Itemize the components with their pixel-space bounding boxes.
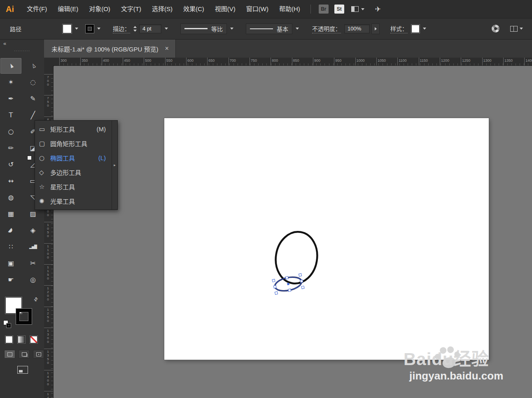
opacity-panel-link[interactable]: 不透明度： bbox=[312, 24, 341, 33]
menu-item[interactable]: 窗口(W) bbox=[241, 0, 274, 18]
opacity-options-button[interactable] bbox=[371, 23, 380, 34]
rotate-tool[interactable]: ↺ bbox=[0, 157, 21, 172]
swap-fill-stroke-icon[interactable]: ⇄ bbox=[33, 296, 40, 303]
flyout-item[interactable]: ▭ 矩形工具 (M) bbox=[35, 122, 112, 136]
selection-handle[interactable] bbox=[299, 273, 301, 276]
chevron-down-icon bbox=[230, 28, 233, 30]
stock-button[interactable]: St bbox=[334, 5, 344, 14]
eyedropper-tool[interactable]: ◗ bbox=[0, 223, 21, 238]
blend-tool[interactable]: ◈ bbox=[22, 223, 44, 238]
lasso-tool[interactable]: ◌ bbox=[22, 74, 44, 90]
flyout-item[interactable]: ○ 椭圆工具 (L) bbox=[35, 151, 112, 165]
stroke-weight-dropdown-button[interactable] bbox=[163, 24, 170, 33]
document-tab[interactable]: 未标题-1.ai* @ 100% (RGB/GPU 预览) × bbox=[44, 40, 176, 58]
artboard-tool[interactable]: ▣ bbox=[0, 256, 21, 271]
draw-inside-button[interactable] bbox=[33, 350, 44, 358]
menu-item[interactable]: 效果(C) bbox=[178, 0, 210, 18]
arrange-documents-control[interactable] bbox=[510, 26, 523, 32]
ellipse-icon: ○ bbox=[39, 154, 50, 162]
ruler-tick: 950 bbox=[334, 58, 355, 65]
selection-handle[interactable] bbox=[275, 291, 278, 294]
horizontal-ruler[interactable]: 300 350 400 450 500 550 600 650 700 750 … bbox=[54, 58, 532, 66]
pencil-tool[interactable]: ✏ bbox=[0, 140, 21, 156]
symbol-sprayer-tool[interactable]: ∷ bbox=[0, 239, 21, 255]
curvature-tool[interactable]: ✎ bbox=[22, 91, 44, 107]
width-tool[interactable]: ↭ bbox=[0, 173, 21, 189]
pen-tool[interactable]: ✒ bbox=[0, 91, 21, 107]
flyout-item[interactable]: ✺ 光晕工具 bbox=[35, 194, 112, 208]
color-button[interactable] bbox=[5, 336, 13, 343]
type-tool[interactable]: T bbox=[0, 107, 21, 123]
stroke-swatch[interactable] bbox=[86, 25, 94, 33]
selection-handle[interactable] bbox=[285, 276, 288, 279]
width-profile-control: 等比 bbox=[180, 23, 235, 34]
selection-handle[interactable] bbox=[288, 289, 291, 292]
stroke-weight-input[interactable] bbox=[139, 24, 161, 33]
stroke-proxy-swatch[interactable] bbox=[16, 309, 32, 324]
stroke-weight-control: 描边： bbox=[113, 24, 170, 33]
brush-dropdown-button[interactable] bbox=[294, 24, 301, 33]
ellipse-tool[interactable]: ○ bbox=[0, 124, 21, 140]
selection-handle[interactable] bbox=[301, 286, 304, 289]
fill-dropdown-button[interactable] bbox=[73, 24, 80, 33]
style-panel-link[interactable]: 样式： bbox=[390, 24, 408, 33]
menu-item[interactable]: 对象(O) bbox=[84, 0, 116, 18]
ruler-tick: 450 bbox=[123, 58, 144, 65]
none-button[interactable] bbox=[30, 336, 37, 343]
menu-bar: Ai 文件(F) 编辑(E) 对象(O) 文字(T) 选择(S) 效果(C) 视… bbox=[0, 0, 532, 19]
selected-ellipse-group[interactable] bbox=[272, 273, 304, 294]
menu-item[interactable]: 选择(S) bbox=[147, 0, 178, 18]
screen-mode-button[interactable] bbox=[17, 366, 28, 374]
direct-selection-tool[interactable]: ▻ bbox=[22, 58, 44, 74]
stroke-color-control[interactable] bbox=[86, 24, 102, 33]
menu-item[interactable]: 文件(F) bbox=[21, 0, 52, 18]
magic-wand-tool[interactable]: ✶ bbox=[0, 74, 21, 90]
selection-handle[interactable] bbox=[300, 280, 303, 283]
flyout-tearoff-rail[interactable]: ▸ bbox=[112, 121, 117, 209]
workspace-switcher[interactable] bbox=[351, 6, 364, 12]
opacity-input[interactable] bbox=[344, 24, 370, 33]
opacity-control: 不透明度： bbox=[312, 23, 380, 34]
pasteboard[interactable]: Baidu经验 jingyan.baidu.com bbox=[54, 66, 532, 398]
menu-item[interactable]: 视图(V) bbox=[210, 0, 241, 18]
column-graph-tool[interactable]: ▂▅█ bbox=[22, 239, 44, 255]
ruler-tick: 750 bbox=[250, 58, 271, 65]
draw-normal-button[interactable] bbox=[4, 350, 15, 358]
stroke-panel-link[interactable]: 描边： bbox=[113, 24, 130, 33]
width-profile-dropdown-button[interactable] bbox=[229, 24, 235, 33]
ruler-corner[interactable] bbox=[44, 58, 54, 66]
selection-center-point[interactable] bbox=[287, 283, 289, 285]
panel-grip[interactable]: ········· bbox=[0, 49, 44, 53]
fill-swatch[interactable] bbox=[63, 24, 72, 33]
gradient-button[interactable] bbox=[18, 336, 25, 343]
share-icon[interactable]: ✈ bbox=[375, 5, 381, 13]
selection-handle[interactable] bbox=[273, 285, 276, 288]
width-profile-dropdown[interactable]: 等比 bbox=[180, 23, 227, 34]
menu-item[interactable]: 文字(T) bbox=[116, 0, 147, 18]
stroke-dropdown-button[interactable] bbox=[96, 24, 102, 33]
shape-builder-tool[interactable]: ◍ bbox=[0, 190, 21, 205]
vertical-ruler[interactable]: 700 750 800 850 900 950 1000 1050 1100 1… bbox=[44, 66, 54, 398]
flyout-item[interactable]: ◇ 多边形工具 bbox=[35, 165, 112, 179]
bridge-button[interactable]: Br bbox=[319, 5, 329, 14]
selection-handle[interactable] bbox=[272, 279, 275, 282]
flyout-item[interactable]: ☆ 星形工具 bbox=[35, 179, 112, 194]
zoom-tool[interactable]: ◎ bbox=[22, 272, 44, 288]
style-dropdown-button[interactable] bbox=[421, 24, 428, 33]
stroke-weight-stepper[interactable] bbox=[133, 26, 137, 32]
menu-item[interactable]: 编辑(E) bbox=[52, 0, 84, 18]
slice-tool[interactable]: ✂ bbox=[22, 256, 44, 271]
brush-dropdown[interactable]: 基本 bbox=[246, 23, 292, 34]
draw-behind-button[interactable] bbox=[19, 350, 30, 358]
selection-tool[interactable]: ► bbox=[0, 58, 21, 74]
hand-tool[interactable]: ☛ bbox=[0, 272, 21, 288]
default-fill-stroke-icon[interactable] bbox=[3, 320, 12, 329]
menu-item[interactable]: 帮助(H) bbox=[274, 0, 306, 18]
collapse-panel-icon[interactable]: « bbox=[3, 40, 6, 47]
mesh-tool[interactable]: ▦ bbox=[0, 206, 21, 222]
recolor-artwork-icon[interactable] bbox=[492, 25, 499, 33]
fill-color-control[interactable] bbox=[63, 24, 80, 33]
style-swatch[interactable] bbox=[411, 25, 420, 33]
close-icon[interactable]: × bbox=[165, 45, 168, 52]
flyout-item[interactable]: ▢ 圆角矩形工具 bbox=[35, 136, 112, 151]
